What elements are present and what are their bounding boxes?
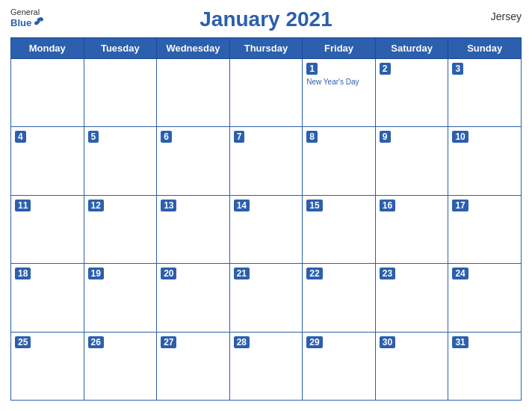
calendar-cell: 3 (448, 59, 522, 127)
day-number: 3 (452, 63, 463, 75)
day-number: 21 (234, 268, 250, 279)
calendar-cell: 21 (229, 264, 303, 332)
calendar-cell: 9 (375, 127, 448, 195)
day-number: 18 (15, 268, 31, 279)
header-sunday: Sunday (448, 38, 522, 59)
calendar-table: Monday Tuesday Wednesday Thursday Friday… (10, 37, 522, 401)
calendar-cell: 13 (157, 195, 230, 263)
day-number: 11 (15, 200, 31, 211)
weekday-header-row: Monday Tuesday Wednesday Thursday Friday… (11, 38, 522, 59)
header-thursday: Thursday (229, 38, 303, 59)
calendar-cell: 22 (303, 264, 376, 332)
calendar-week-row: 1New Year's Day23 (11, 59, 522, 127)
calendar-cell: 31 (448, 332, 522, 400)
calendar-cell: 26 (84, 332, 157, 400)
day-number: 24 (452, 268, 468, 279)
logo-blue: Blue (10, 18, 31, 28)
calendar-cell (11, 59, 84, 127)
calendar-cell: 15 (303, 195, 376, 263)
calendar-cell (84, 59, 157, 127)
day-number: 28 (234, 336, 250, 348)
logo-general: General (10, 7, 45, 16)
day-number: 8 (306, 131, 318, 143)
calendar-cell: 17 (448, 195, 522, 263)
region-label: Jersey (491, 10, 522, 22)
day-number: 31 (452, 336, 468, 348)
calendar-cell: 23 (375, 264, 448, 332)
day-number: 14 (234, 200, 250, 211)
calendar-cell: 2 (375, 59, 448, 127)
calendar-cell: 16 (375, 195, 448, 263)
day-number: 13 (161, 200, 176, 211)
day-number: 6 (161, 131, 172, 143)
calendar-cell: 29 (303, 332, 376, 400)
calendar-cell: 30 (375, 332, 448, 400)
calendar-week-row: 11121314151617 (11, 195, 522, 263)
logo: General Blue (10, 7, 45, 28)
day-number: 9 (380, 131, 391, 143)
header-monday: Monday (11, 38, 84, 59)
day-number: 23 (380, 268, 395, 279)
logo-bird-icon (33, 16, 45, 28)
header-tuesday: Tuesday (84, 38, 157, 59)
header: General Blue January 2021 Jersey (10, 7, 522, 31)
calendar-cell: 5 (84, 127, 157, 195)
day-number: 4 (15, 131, 26, 143)
header-wednesday: Wednesday (157, 38, 230, 59)
day-number: 22 (306, 268, 322, 279)
calendar-cell (229, 59, 303, 127)
calendar-cell: 4 (11, 127, 84, 195)
calendar-cell: 7 (229, 127, 303, 195)
day-number: 27 (161, 336, 176, 348)
day-number: 2 (380, 63, 391, 75)
day-number: 19 (88, 268, 104, 279)
day-number: 7 (234, 131, 245, 143)
calendar-week-row: 25262728293031 (11, 332, 522, 400)
calendar-cell: 12 (84, 195, 157, 263)
calendar-cell (157, 59, 230, 127)
calendar-cell: 19 (84, 264, 157, 332)
day-number: 30 (380, 336, 395, 348)
holiday-label: New Year's Day (306, 78, 371, 87)
day-number: 26 (88, 336, 104, 348)
day-number: 5 (88, 131, 99, 143)
calendar-cell: 18 (11, 264, 84, 332)
calendar-week-row: 18192021222324 (11, 264, 522, 332)
day-number: 29 (306, 336, 322, 348)
day-number: 1 (306, 63, 318, 75)
calendar-cell: 8 (303, 127, 376, 195)
calendar-week-row: 45678910 (11, 127, 522, 195)
calendar-cell: 20 (157, 264, 230, 332)
calendar-container: General Blue January 2021 Jersey Monday … (0, 0, 532, 411)
calendar-title: January 2021 (200, 7, 332, 31)
day-number: 25 (15, 336, 31, 348)
calendar-cell: 14 (229, 195, 303, 263)
day-number: 16 (380, 200, 395, 211)
calendar-cell: 24 (448, 264, 522, 332)
calendar-cell: 11 (11, 195, 84, 263)
day-number: 17 (452, 200, 468, 211)
day-number: 10 (452, 131, 468, 143)
header-saturday: Saturday (375, 38, 448, 59)
calendar-cell: 10 (448, 127, 522, 195)
day-number: 12 (88, 200, 104, 211)
calendar-cell: 28 (229, 332, 303, 400)
calendar-cell: 25 (11, 332, 84, 400)
calendar-cell: 1New Year's Day (303, 59, 376, 127)
calendar-cell: 6 (157, 127, 230, 195)
day-number: 15 (306, 200, 322, 211)
header-friday: Friday (303, 38, 376, 59)
day-number: 20 (161, 268, 176, 279)
calendar-cell: 27 (157, 332, 230, 400)
